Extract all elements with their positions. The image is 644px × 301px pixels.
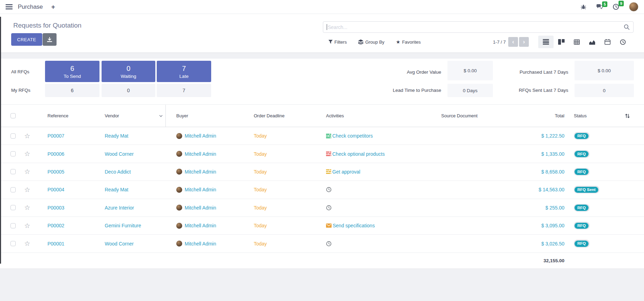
row-checkbox[interactable] bbox=[10, 241, 16, 246]
activities-clock-icon[interactable]: 9 bbox=[613, 3, 619, 10]
reference-link[interactable]: P00004 bbox=[35, 187, 94, 192]
order-deadline: Today bbox=[243, 151, 316, 157]
order-deadline: Today bbox=[243, 241, 316, 247]
tile-my-waiting[interactable]: 0 bbox=[102, 84, 155, 97]
buyer-cell[interactable]: Mitchell Admin bbox=[166, 187, 243, 193]
favorite-star-icon[interactable]: ☆ bbox=[20, 150, 35, 157]
header-order-deadline[interactable]: Order Deadline bbox=[243, 113, 316, 118]
buyer-name: Mitchell Admin bbox=[185, 133, 216, 139]
tile-late[interactable]: 7 Late bbox=[157, 61, 211, 82]
calendar-view-button[interactable] bbox=[600, 36, 615, 48]
header-reference[interactable]: Reference bbox=[35, 113, 94, 118]
list-view-button[interactable] bbox=[538, 36, 554, 48]
buyer-cell[interactable]: Mitchell Admin bbox=[166, 151, 243, 157]
favorite-star-icon[interactable]: ☆ bbox=[20, 204, 35, 211]
filters-button[interactable]: Filters bbox=[328, 39, 347, 45]
optional-columns-button[interactable] bbox=[619, 113, 644, 118]
search-input[interactable] bbox=[328, 24, 624, 30]
buyer-cell[interactable]: Mitchell Admin bbox=[166, 169, 243, 175]
header-vendor[interactable]: Vendor bbox=[94, 105, 166, 127]
reference-link[interactable]: P00006 bbox=[35, 151, 94, 157]
table-row[interactable]: ☆ P00007 Ready Mat Mitchell Admin Today bbox=[0, 127, 644, 145]
reference-link[interactable]: P00001 bbox=[35, 241, 94, 247]
reference-link[interactable]: P00002 bbox=[35, 223, 94, 228]
user-avatar[interactable] bbox=[629, 2, 638, 12]
favorite-star-icon[interactable]: ☆ bbox=[20, 168, 35, 175]
pager-next-button[interactable]: › bbox=[519, 37, 529, 47]
header-total[interactable]: Total bbox=[528, 113, 567, 118]
status-cell: RFQ bbox=[567, 222, 619, 229]
tile-waiting[interactable]: 0 Waiting bbox=[102, 61, 155, 82]
tile-my-to-send[interactable]: 6 bbox=[45, 84, 99, 97]
header-status[interactable]: Status bbox=[567, 113, 619, 118]
activity-cell[interactable] bbox=[316, 241, 431, 247]
row-checkbox[interactable] bbox=[10, 223, 16, 228]
rfq-list: Reference Vendor Buyer Order Deadline Ac… bbox=[0, 105, 644, 269]
apps-menu-icon[interactable] bbox=[6, 4, 13, 9]
activity-cell[interactable] bbox=[316, 187, 431, 192]
vendor-link[interactable]: Ready Mat bbox=[94, 133, 166, 139]
buyer-name: Mitchell Admin bbox=[185, 151, 216, 157]
favorite-star-icon[interactable]: ☆ bbox=[20, 222, 35, 229]
reference-link[interactable]: P00005 bbox=[35, 169, 94, 175]
header-buyer[interactable]: Buyer bbox=[166, 113, 243, 118]
search-controls: Filters Group By ★ Favorites 1-7 / 7 ‹ › bbox=[323, 36, 630, 47]
vendor-link[interactable]: Gemini Furniture bbox=[94, 223, 166, 228]
tile-my-late[interactable]: 7 bbox=[157, 84, 211, 97]
reference-link[interactable]: P00007 bbox=[35, 133, 94, 139]
search-icon[interactable] bbox=[624, 24, 630, 30]
activity-cell[interactable] bbox=[316, 205, 431, 211]
row-checkbox[interactable] bbox=[10, 187, 16, 192]
select-all-checkbox[interactable] bbox=[10, 113, 16, 118]
vendor-link[interactable]: Wood Corner bbox=[94, 151, 166, 157]
activity-cell[interactable]: Check optional products bbox=[316, 151, 431, 157]
tile-to-send[interactable]: 6 To Send bbox=[45, 61, 99, 82]
vendor-link[interactable]: Wood Corner bbox=[94, 241, 166, 247]
header-source-document[interactable]: Source Document bbox=[431, 113, 528, 118]
favorite-star-icon[interactable]: ☆ bbox=[20, 240, 35, 247]
kanban-view-button[interactable] bbox=[554, 36, 569, 48]
group-by-button[interactable]: Group By bbox=[358, 39, 384, 45]
table-row[interactable]: ☆ P00005 Deco Addict Mitchell Admin Toda… bbox=[0, 163, 644, 181]
table-row[interactable]: ☆ P00002 Gemini Furniture Mitchell Admin… bbox=[0, 217, 644, 235]
pager-previous-button[interactable]: ‹ bbox=[508, 37, 518, 47]
table-row[interactable]: ☆ P00006 Wood Corner Mitchell Admin Toda… bbox=[0, 145, 644, 163]
pager-range: 1-7 / 7 bbox=[493, 39, 506, 45]
new-tab-button[interactable]: + bbox=[51, 3, 55, 11]
buyer-cell[interactable]: Mitchell Admin bbox=[166, 133, 243, 139]
tasks-activity-icon bbox=[326, 169, 331, 174]
activity-cell[interactable]: Get approval bbox=[316, 169, 431, 175]
all-rfqs-label: All RFQs bbox=[11, 69, 29, 74]
reference-link[interactable]: P00003 bbox=[35, 205, 94, 211]
buyer-cell[interactable]: Mitchell Admin bbox=[166, 223, 243, 229]
activity-cell[interactable]: Send specifications bbox=[316, 223, 431, 228]
header-activities[interactable]: Activities bbox=[316, 113, 431, 118]
row-checkbox[interactable] bbox=[10, 205, 16, 210]
favorite-star-icon[interactable]: ☆ bbox=[20, 186, 35, 193]
table-row[interactable]: ☆ P00003 Azure Interior Mitchell Admin T… bbox=[0, 199, 644, 217]
activity-view-button[interactable] bbox=[615, 36, 630, 48]
row-checkbox[interactable] bbox=[10, 151, 16, 156]
messages-icon[interactable]: 5 bbox=[596, 4, 603, 9]
vendor-link[interactable]: Azure Interior bbox=[94, 205, 166, 211]
vendor-link[interactable]: Ready Mat bbox=[94, 187, 166, 192]
table-row[interactable]: ☆ P00004 Ready Mat Mitchell Admin Today bbox=[0, 181, 644, 199]
activity-cell[interactable]: Check competitors bbox=[316, 133, 431, 139]
table-row[interactable]: ☆ P00001 Wood Corner Mitchell Admin Toda… bbox=[0, 235, 644, 252]
favorite-star-icon[interactable]: ☆ bbox=[20, 133, 35, 139]
order-deadline: Today bbox=[243, 133, 316, 139]
pivot-view-button[interactable] bbox=[569, 36, 584, 48]
graph-view-button[interactable] bbox=[584, 36, 600, 48]
debug-bug-icon[interactable] bbox=[580, 4, 586, 10]
buyer-cell[interactable]: Mitchell Admin bbox=[166, 205, 243, 211]
favorites-button[interactable]: ★ Favorites bbox=[396, 39, 421, 45]
create-button[interactable]: CREATE bbox=[11, 33, 42, 46]
vendor-link[interactable]: Deco Addict bbox=[94, 169, 166, 175]
kpi-purchased-7-days-label: Purchased Last 7 Days bbox=[519, 69, 568, 75]
search-bar[interactable] bbox=[323, 21, 634, 33]
row-checkbox[interactable] bbox=[10, 169, 16, 174]
export-button[interactable] bbox=[43, 33, 57, 46]
order-deadline: Today bbox=[243, 187, 316, 192]
buyer-cell[interactable]: Mitchell Admin bbox=[166, 241, 243, 247]
row-checkbox[interactable] bbox=[10, 133, 16, 139]
